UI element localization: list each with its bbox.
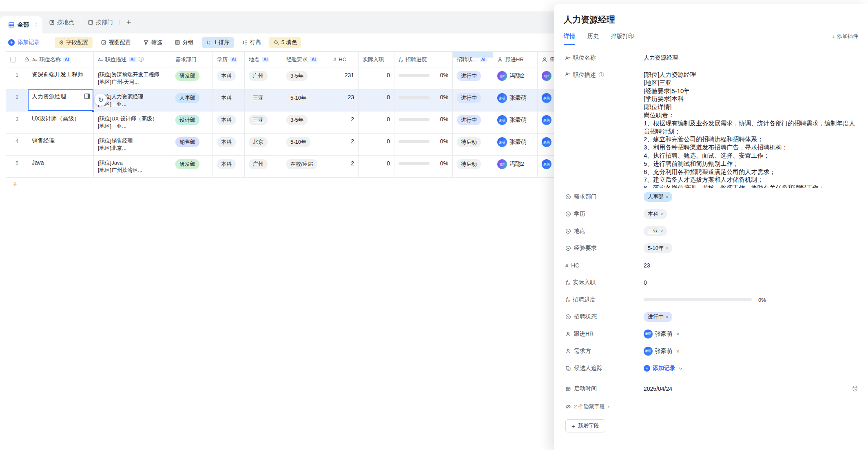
cell-job-desc[interactable]: [职位]Java[地区]广州荔湾区... xyxy=(94,156,171,177)
add-row-button[interactable]: + xyxy=(6,178,94,191)
field-hr-value[interactable]: 豪萌 张豪萌 × xyxy=(644,330,680,339)
cell-progress[interactable]: 0% xyxy=(394,67,453,89)
remove-tag-icon[interactable]: × xyxy=(660,229,663,234)
cell-job-name[interactable]: Java xyxy=(28,156,94,177)
field-actual-value[interactable]: 0 xyxy=(644,279,647,286)
cell-actual[interactable]: 0 xyxy=(359,111,394,133)
cell-hc[interactable]: 2 xyxy=(329,156,359,177)
cell-job-desc[interactable]: [职位]资深前端开发工程师[地区]广州-天河... xyxy=(94,67,171,89)
cell-job-name[interactable]: 销售经理 xyxy=(28,134,94,155)
header-status[interactable]: 招聘状... AI xyxy=(453,52,493,67)
cell-progress[interactable]: 0% xyxy=(394,134,453,155)
add-view-button[interactable]: + xyxy=(120,18,137,27)
cell-experience[interactable]: 3-5年 xyxy=(282,111,329,133)
row-height-button[interactable]: 行高 xyxy=(238,37,265,48)
field-education-value[interactable]: 本科× xyxy=(644,209,667,219)
header-location[interactable]: 地点 AI xyxy=(245,52,282,67)
cell-education[interactable]: 本科 xyxy=(213,111,245,133)
select-all-checkbox[interactable] xyxy=(10,57,16,62)
cell-job-name[interactable]: UX设计师（高级） xyxy=(28,111,94,133)
header-hr[interactable]: 跟进HR xyxy=(493,52,538,67)
cell-status[interactable]: 进行中 xyxy=(453,111,493,133)
cell-education[interactable]: 本科 xyxy=(213,134,245,155)
cell-location[interactable]: 广州 xyxy=(245,67,282,89)
cell-actual[interactable]: 0 xyxy=(359,89,394,111)
cell-dept[interactable]: 研发部 xyxy=(171,67,213,89)
cell-hc[interactable]: 231 xyxy=(329,67,359,89)
cell-dept[interactable]: 设计部 xyxy=(171,111,213,133)
row-number[interactable]: 2 xyxy=(6,89,28,111)
cell-job-desc[interactable]: ↻ [职位]人力资源经理[地区]三亚... xyxy=(94,89,171,111)
cell-experience[interactable]: 5-10年 xyxy=(282,134,329,155)
field-job-desc-value[interactable]: [职位]人力资源经理 [地区]三亚 [经验要求]5-10年 [学历要求]本科 [… xyxy=(644,71,858,188)
cell-status[interactable]: 进行中 xyxy=(453,89,493,111)
remove-tag-icon[interactable]: × xyxy=(666,246,668,251)
header-experience[interactable]: 经验要求 AI xyxy=(282,52,329,67)
add-record-button[interactable]: + 添加记录 xyxy=(8,39,40,46)
view-tab-all[interactable]: 全部 ⋮ xyxy=(0,16,42,33)
expand-record-icon[interactable] xyxy=(84,94,90,100)
cell-progress[interactable]: 0% xyxy=(394,156,453,177)
sort-button[interactable]: AZ 1 排序 xyxy=(202,37,234,48)
cell-hr[interactable]: 聪2冯聪2 xyxy=(493,67,538,89)
cell-progress[interactable]: 0% xyxy=(394,89,453,111)
hidden-fields-toggle[interactable]: 2 个隐藏字段 › xyxy=(565,403,858,410)
cell-job-name[interactable]: 资深前端开发工程师 xyxy=(28,67,94,89)
field-config-button[interactable]: ⚙ 字段配置 xyxy=(55,37,93,48)
header-job-name[interactable]: A≡ 职位名称 AI xyxy=(6,52,94,67)
field-location-value[interactable]: 三亚× xyxy=(644,226,667,236)
cell-actual[interactable]: 0 xyxy=(359,134,394,155)
cell-experience[interactable]: 在校/应届 xyxy=(282,156,329,177)
tab-detail[interactable]: 详情 xyxy=(564,33,575,40)
tab-history[interactable]: 历史 xyxy=(587,33,599,40)
add-field-button[interactable]: + 新增字段 xyxy=(565,419,605,432)
cell-actual[interactable]: 0 xyxy=(359,67,394,89)
row-number[interactable]: 3 xyxy=(6,111,28,133)
cell-education[interactable]: 本科 xyxy=(213,67,245,89)
field-start-date-value[interactable]: 2025/04/24 xyxy=(644,385,672,392)
field-status-value[interactable]: 进行中× xyxy=(644,312,672,322)
cell-job-name-selected[interactable]: 人力资源经理 xyxy=(28,89,94,111)
add-linked-record-button[interactable]: + 添加记录 xyxy=(644,365,683,372)
cell-experience[interactable]: 3-5年 xyxy=(282,67,329,89)
ai-refresh-spinner-icon[interactable]: ↻ xyxy=(95,94,107,106)
header-education[interactable]: 学历 AI xyxy=(213,52,245,67)
group-button[interactable]: 分组 xyxy=(170,37,198,48)
cell-status[interactable]: 进行中 xyxy=(453,67,493,89)
alarm-clock-icon[interactable] xyxy=(852,385,858,394)
cell-hr[interactable]: 豪萌张豪萌 xyxy=(493,111,538,133)
cell-dept[interactable]: 研发部 xyxy=(171,156,213,177)
header-hc[interactable]: # HC xyxy=(329,52,359,67)
remove-tag-icon[interactable]: × xyxy=(666,194,668,199)
view-config-button[interactable]: 视图配置 xyxy=(97,37,135,48)
header-dept[interactable]: 需求部门 xyxy=(171,52,213,67)
cell-hr[interactable]: 豪萌张豪萌 xyxy=(493,134,538,155)
cell-location[interactable]: 广州 xyxy=(245,156,282,177)
header-actual[interactable]: 实际入职 xyxy=(359,52,394,67)
cell-location[interactable]: 三亚 xyxy=(245,111,282,133)
remove-person-icon[interactable]: × xyxy=(676,331,680,337)
cell-hr[interactable]: 豪萌张豪萌 xyxy=(493,89,538,111)
cell-education[interactable]: 本科 xyxy=(213,89,245,111)
field-hc-value[interactable]: 23 xyxy=(644,262,650,269)
cell-progress[interactable]: 0% xyxy=(394,111,453,133)
view-tab-by-location[interactable]: 按地点 xyxy=(42,11,81,33)
cell-dept[interactable]: 人事部 xyxy=(171,89,213,111)
view-tab-more-icon[interactable]: ⋮ xyxy=(33,22,39,28)
row-number[interactable]: 1 xyxy=(6,67,28,89)
header-progress[interactable]: ƒx 招聘进度 xyxy=(394,52,453,67)
field-experience-value[interactable]: 5-10年× xyxy=(644,243,672,253)
cell-job-desc[interactable]: [职位]UX 设计师（高级）[地区]三亚... xyxy=(94,111,171,133)
field-dept-value[interactable]: 人事部× xyxy=(644,192,672,202)
cell-experience[interactable]: 5-10年 xyxy=(282,89,329,111)
view-tab-by-department[interactable]: 按部门 xyxy=(81,11,120,33)
row-number[interactable]: 4 xyxy=(6,134,28,155)
cell-hc[interactable]: 2 xyxy=(329,134,359,155)
tab-print[interactable]: 排版打印 xyxy=(611,33,634,40)
field-demander-value[interactable]: 豪萌 张豪萌 × xyxy=(644,347,680,356)
cell-job-desc[interactable]: [职位]销售经理[地区]北京... xyxy=(94,134,171,155)
fill-handle[interactable] xyxy=(92,109,95,112)
cell-location[interactable]: 北京 xyxy=(245,134,282,155)
cell-hr[interactable]: 聪2冯聪2 xyxy=(493,156,538,177)
add-plugin-button[interactable]: + 添加插件 xyxy=(831,33,858,40)
